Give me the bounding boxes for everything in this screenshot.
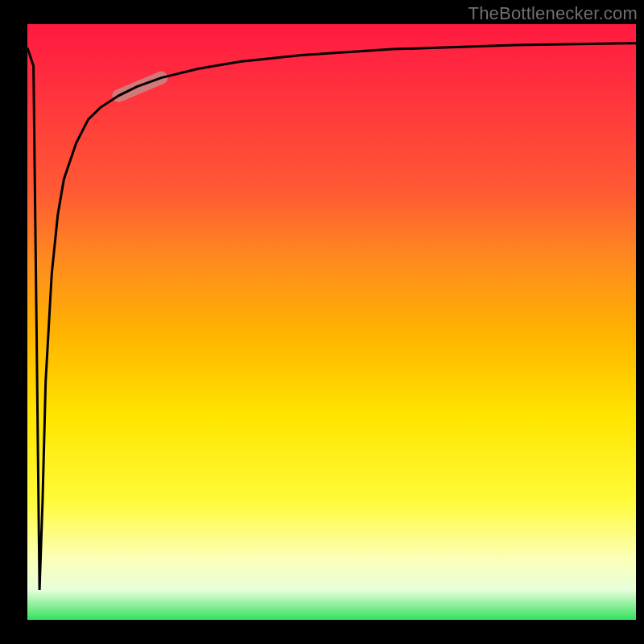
plot-area xyxy=(27,24,636,620)
chart-stage: TheBottlenecker.com xyxy=(0,0,644,644)
watermark-text: TheBottlenecker.com xyxy=(469,3,638,24)
curve-layer xyxy=(27,24,636,620)
bottleneck-curve xyxy=(27,43,636,590)
